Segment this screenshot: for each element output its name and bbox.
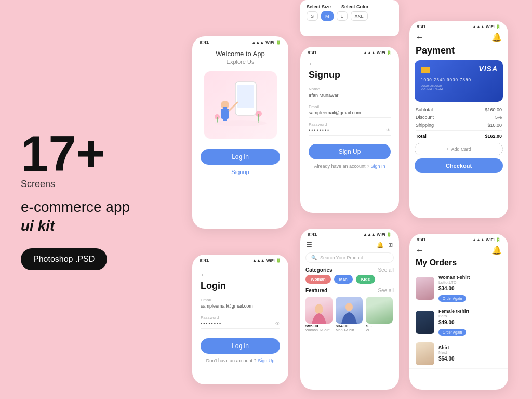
payment-title: Payment — [409, 43, 508, 60]
login-submit-button[interactable]: Log in — [201, 338, 280, 354]
status-bar-welcome: 9:41 ▲▲▲ WiFi 🔋 — [192, 36, 288, 46]
status-bar-signup: 9:41 ▲▲▲ WiFi 🔋 — [300, 47, 399, 56]
order-again-button-2[interactable]: Order Again — [438, 329, 466, 336]
payment-rows: Subtotal $160.00 Discount 5% Shipping $1… — [409, 107, 508, 139]
order-item-1: Woman t-shirt Lotto.LTD $34.00 Order Aga… — [409, 272, 508, 305]
status-bar-orders: 9:41 ▲▲▲ WiFi 🔋 — [409, 234, 508, 243]
signup-submit-button[interactable]: Sign Up — [309, 144, 391, 159]
login-button[interactable]: Log in — [201, 149, 280, 165]
categories-header: Categories See all — [300, 267, 399, 275]
order-item-2: Female t-shirt Bata $49.00 Order Again — [409, 305, 508, 339]
status-bar-login: 9:41 ▲▲▲ WiFi 🔋 — [192, 255, 288, 264]
size-m[interactable]: M — [321, 11, 334, 21]
orders-header: ← 🔔 — [409, 243, 508, 256]
visa-logo: VISA — [478, 64, 498, 73]
cat-kids[interactable]: Kids — [356, 275, 375, 284]
bell-icon-orders[interactable]: 🔔 — [491, 245, 502, 255]
welcome-subtitle: Explore Us — [227, 59, 255, 65]
size-buttons: S M L XXL — [300, 11, 399, 25]
psd-badge: Photoshop .PSD — [21, 248, 107, 270]
add-card-button[interactable]: + Add Card — [415, 143, 503, 155]
size-s[interactable]: S — [307, 11, 318, 21]
svg-point-11 — [315, 304, 323, 314]
status-bar-payment: 9:41 ▲▲▲ WiFi 🔋 — [409, 21, 508, 30]
back-arrow[interactable]: ← — [201, 269, 280, 281]
phone-size-color: Select Size Select Color S M L XXL — [300, 0, 399, 36]
order-item-3: Shirt Next $64.00 — [409, 339, 508, 369]
payment-header: ← 🔔 — [409, 30, 508, 43]
product-image-extra — [366, 297, 393, 324]
card-chip — [421, 66, 430, 73]
hamburger-icon[interactable]: ☰ — [307, 241, 312, 248]
phone-orders: 9:41 ▲▲▲ WiFi 🔋 ← 🔔 My Orders Woman t-sh… — [409, 234, 508, 390]
categories-see-all[interactable]: See all — [378, 267, 394, 273]
screen-count: 17+ — [21, 129, 166, 179]
product-card-extra[interactable]: S... W... — [366, 297, 393, 332]
total-row: Total $162.00 — [416, 130, 502, 139]
order-again-button-1[interactable]: Order Again — [438, 295, 466, 302]
status-bar-home: 9:41 ▲▲▲ WiFi 🔋 — [300, 229, 399, 238]
product-image-man — [336, 297, 363, 324]
subtotal-row: Subtotal $160.00 — [416, 107, 502, 112]
welcome-body: Welcome to App Explore Us — [192, 46, 288, 183]
app-description: e-commerce app ui kit — [21, 198, 166, 236]
card-number: 1000 2345 6000 7890 — [421, 77, 497, 82]
welcome-illustration — [204, 71, 277, 139]
signup-link-login[interactable]: Sign Up — [258, 358, 274, 363]
product-name-extra: W... — [366, 328, 393, 332]
phone-signup: 9:41 ▲▲▲ WiFi 🔋 ← Signup Name Irfan Muna… — [300, 47, 399, 213]
category-pills: Woman Man Kids — [300, 275, 399, 288]
svg-point-12 — [345, 303, 353, 311]
featured-header: Featured See all — [300, 288, 399, 297]
back-arrow-signup[interactable]: ← — [309, 58, 391, 70]
order-image-2 — [416, 311, 434, 334]
product-card-man[interactable]: $34.00 Man T-Shirt — [336, 297, 363, 332]
shipping-row: Shipping $10.00 — [416, 123, 502, 128]
signin-text: Already have an account ? Sign In — [309, 164, 391, 169]
order-info-2: Female t-shirt Bata $49.00 Order Again — [438, 309, 502, 336]
product-price-woman: $55.00 — [305, 324, 332, 328]
search-bar[interactable]: 🔍 Search Your Product — [305, 252, 394, 263]
product-card-woman[interactable]: $55.00 Woman T-Shirt — [305, 297, 332, 332]
phone-home: 9:41 ▲▲▲ WiFi 🔋 ☰ 🔔 ⊞ 🔍 Search Your Prod… — [300, 229, 399, 390]
order-info-3: Shirt Next $64.00 — [438, 345, 502, 363]
size-xxl[interactable]: XXL — [351, 11, 368, 21]
featured-see-all[interactable]: See all — [378, 288, 394, 294]
bell-icon-payment[interactable]: 🔔 — [491, 32, 502, 42]
orders-title: My Orders — [409, 256, 508, 272]
signup-form: ← Signup Name Irfan Munawar Email sample… — [300, 56, 399, 175]
eye-icon[interactable]: 👁 — [275, 321, 280, 326]
product-image-woman — [305, 297, 332, 324]
signin-link[interactable]: Sign In — [371, 164, 385, 169]
back-arrow-payment[interactable]: ← — [416, 33, 424, 42]
eye-icon-signup[interactable]: 👁 — [386, 128, 391, 133]
filter-icon[interactable]: ⊞ — [388, 242, 393, 248]
visa-card: VISA 1000 2345 6000 7890 00/00:00:00/00 … — [415, 60, 503, 102]
product-name-man: Man T-Shirt — [336, 328, 363, 332]
product-price-man: $34.00 — [336, 324, 363, 328]
order-image-1 — [416, 277, 434, 300]
signup-title: Signup — [309, 70, 391, 81]
signup-link[interactable]: Signup — [231, 169, 249, 175]
back-arrow-orders[interactable]: ← — [416, 246, 424, 255]
login-title: Login — [201, 281, 280, 291]
cat-man[interactable]: Man — [334, 275, 353, 284]
svg-rect-1 — [237, 85, 254, 108]
plus-icon: + — [446, 147, 449, 152]
phone-payment: 9:41 ▲▲▲ WiFi 🔋 ← 🔔 Payment VISA 1000 23… — [409, 21, 508, 218]
search-icon: 🔍 — [311, 255, 317, 260]
home-header: ☰ 🔔 ⊞ — [300, 238, 399, 250]
size-l[interactable]: L — [337, 11, 348, 21]
login-form: ← Login Email sampleemail@gmail.com Pass… — [192, 264, 288, 368]
phone-login: 9:41 ▲▲▲ WiFi 🔋 ← Login Email sampleemai… — [192, 255, 288, 384]
cat-woman[interactable]: Woman — [305, 275, 331, 284]
left-panel: 17+ Screens e-commerce app ui kit Photos… — [21, 129, 166, 270]
svg-point-10 — [215, 120, 267, 126]
order-info-1: Woman t-shirt Lotto.LTD $34.00 Order Aga… — [438, 275, 502, 302]
signup-text: Don't have an account ? Sign Up — [201, 358, 280, 363]
size-color-labels: Select Size Select Color — [300, 0, 399, 11]
discount-row: Discount 5% — [416, 115, 502, 120]
checkout-button[interactable]: Checkout — [415, 158, 503, 173]
welcome-title: Welcome to App — [216, 50, 264, 58]
bell-icon[interactable]: 🔔 — [377, 242, 384, 248]
